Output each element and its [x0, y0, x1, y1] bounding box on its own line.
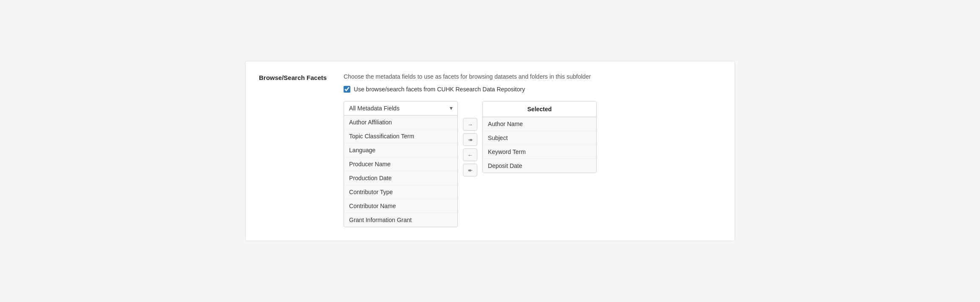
dropdown-wrapper: All Metadata Fields Citation Metadata Ge… [344, 101, 458, 115]
selected-item[interactable]: Author Name [483, 117, 596, 131]
right-panel: Selected Author Name Subject Keyword Ter… [482, 101, 597, 173]
selected-fields-box: Selected Author Name Subject Keyword Ter… [482, 101, 597, 173]
list-item[interactable]: Producer Name [344, 157, 457, 171]
section-content: Choose the metadata fields to use as fac… [344, 73, 721, 227]
move-all-right-button[interactable]: ↠ [463, 133, 477, 146]
checkbox-label: Use browse/search facets from CUHK Resea… [354, 86, 525, 93]
list-item[interactable]: Language [344, 143, 457, 157]
list-item[interactable]: Topic Classification Term [344, 129, 457, 143]
use-facets-checkbox[interactable] [344, 86, 350, 93]
checkbox-row: Use browse/search facets from CUHK Resea… [344, 86, 721, 93]
transfer-area: All Metadata Fields Citation Metadata Ge… [344, 101, 721, 227]
metadata-fields-dropdown[interactable]: All Metadata Fields Citation Metadata Ge… [344, 101, 458, 115]
section-title: Browse/Search Facets [259, 73, 327, 81]
selected-item[interactable]: Keyword Term [483, 145, 596, 159]
browse-search-facets-card: Browse/Search Facets Choose the metadata… [245, 61, 735, 241]
selected-header: Selected [483, 102, 596, 117]
list-item[interactable]: Author Affiliation [344, 115, 457, 129]
move-all-left-button[interactable]: ↞ [463, 164, 477, 176]
available-fields-list: Author Affiliation Topic Classification … [344, 115, 458, 227]
move-left-button[interactable]: ← [463, 148, 477, 161]
list-item[interactable]: Production Date [344, 171, 457, 185]
selected-item[interactable]: Subject [483, 131, 596, 145]
list-item[interactable]: Contributor Type [344, 185, 457, 199]
section-description: Choose the metadata fields to use as fac… [344, 73, 721, 80]
list-item[interactable]: Grant Information Grant [344, 213, 457, 227]
selected-item[interactable]: Deposit Date [483, 159, 596, 173]
left-panel: All Metadata Fields Citation Metadata Ge… [344, 101, 458, 227]
transfer-button-panel: → ↠ ← ↞ [463, 101, 477, 176]
move-right-button[interactable]: → [463, 118, 477, 131]
list-item[interactable]: Contributor Name [344, 199, 457, 213]
